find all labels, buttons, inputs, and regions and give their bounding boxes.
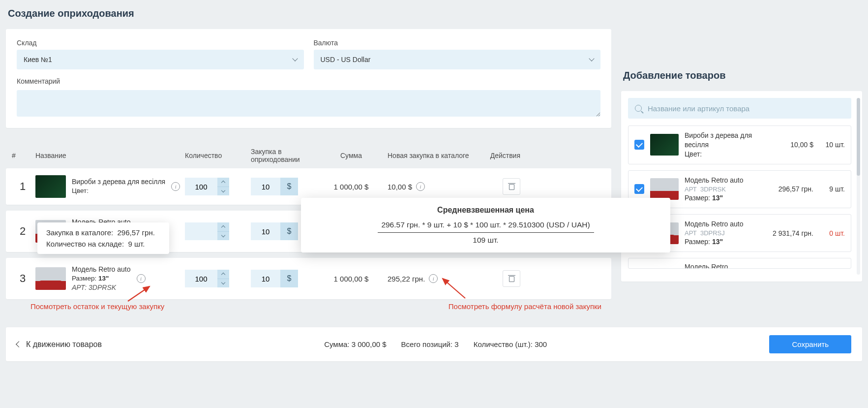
add-products-title: Добавление товаров: [623, 70, 862, 81]
formula-popover: Средневзвешенная цена 296.57 грн. * 9 шт…: [301, 198, 670, 252]
product-qty: 10 шт.: [819, 141, 845, 149]
total-count: Всего позиций: 3: [401, 340, 459, 348]
info-icon[interactable]: i: [137, 274, 146, 283]
product-thumb: [35, 267, 66, 290]
arrow-left-icon: [16, 341, 22, 347]
qty-stepper[interactable]: [185, 178, 249, 195]
checkbox[interactable]: [634, 140, 644, 150]
annotation-left: Посмотреть остаток и текущую закупку: [30, 302, 164, 311]
product-price: 296,57 грн.: [766, 185, 813, 193]
currency-button[interactable]: $: [280, 178, 298, 195]
footer-bar: К движению товаров Сумма: 3 000,00 $ Все…: [6, 327, 862, 361]
trash-icon: [509, 275, 515, 282]
delete-button[interactable]: [503, 178, 520, 195]
product-desc: Вироби з дерева для весілля Цвет:: [72, 177, 165, 195]
formula-numerator: 296.57 грн. * 9 шт. + 10 $ * 100 шт. * 2…: [378, 220, 594, 233]
search-icon: [635, 105, 642, 112]
step-down[interactable]: [217, 279, 229, 288]
qty-input[interactable]: [185, 178, 217, 195]
product-price: 2 931,74 грн.: [766, 229, 813, 237]
col-sum: Сумма: [317, 152, 386, 159]
info-icon[interactable]: i: [171, 182, 180, 191]
info-icon[interactable]: i: [429, 274, 438, 283]
step-down[interactable]: [217, 232, 229, 241]
total-qty: Количество (шт.): 300: [474, 340, 547, 348]
qty-stepper[interactable]: [185, 222, 249, 240]
currency-value: USD - US Dollar: [321, 56, 371, 63]
newprice-value: 295,22 грн.: [388, 275, 425, 283]
product-thumb: [650, 178, 679, 200]
product-thumb: [650, 134, 679, 156]
info-icon[interactable]: i: [416, 182, 425, 191]
chevron-down-icon: [292, 56, 298, 61]
warehouse-label: Склад: [17, 39, 304, 47]
product-search[interactable]: [628, 98, 851, 119]
formula-title: Средневзвешенная цена: [314, 206, 658, 215]
newprice-value: 10,00 $: [388, 183, 412, 191]
warehouse-value: Киев №1: [24, 56, 52, 63]
checkbox[interactable]: [634, 184, 644, 194]
qty-input[interactable]: [185, 222, 217, 240]
col-newprice: Новая закупка в каталоге: [388, 152, 471, 159]
sum-value: 1 000,00 $: [317, 275, 386, 283]
add-products-panel: Вироби з дерева для весілля Цвет: 10,00 …: [621, 91, 862, 282]
items-table: # Название Количество Закупка в оприходо…: [6, 148, 611, 299]
product-item[interactable]: Вироби з дерева для весілля Цвет: 10,00 …: [628, 126, 851, 164]
qty-input[interactable]: [185, 270, 217, 287]
save-button[interactable]: Сохранить: [769, 335, 851, 353]
back-link[interactable]: К движению товаров: [17, 340, 102, 349]
comment-label: Комментарий: [17, 77, 600, 85]
scrollbar-thumb[interactable]: [857, 98, 860, 176]
warehouse-select[interactable]: Киев №1: [17, 50, 304, 69]
row-index: 3: [12, 272, 33, 285]
product-info: Модель Retro auto АРТ 3DPRSJ Размер: 13": [685, 220, 760, 247]
step-up[interactable]: [217, 270, 229, 279]
delete-button[interactable]: [503, 270, 520, 287]
row-index: 1: [12, 180, 33, 193]
total-sum: Сумма: 3 000,00 $: [324, 340, 386, 348]
product-qty: 9 шт.: [819, 185, 845, 193]
step-up[interactable]: [217, 222, 229, 232]
currency-button[interactable]: $: [280, 222, 298, 240]
col-price: Закупка в оприходовании: [251, 148, 315, 163]
form-card: Склад Киев №1 Валюта USD - US Dollar Ком…: [6, 29, 611, 128]
table-row: 3 Модель Retro auto Размер: 13" АРТ: 3DP…: [6, 258, 611, 299]
price-input[interactable]: [251, 178, 280, 195]
row-index: 2: [12, 225, 33, 238]
chevron-down-icon: [589, 56, 594, 61]
step-down[interactable]: [217, 187, 229, 196]
product-info: Модель Retro auto АРТ 3DPRSK Размер: 13": [685, 176, 760, 203]
comment-textarea[interactable]: [17, 90, 600, 117]
price-input[interactable]: [251, 270, 280, 287]
product-info: Модель Retro: [685, 262, 845, 269]
currency-button[interactable]: $: [280, 270, 298, 287]
scrollbar[interactable]: [857, 98, 860, 275]
product-info: Вироби з дерева для весілля Цвет:: [685, 131, 760, 159]
price-input[interactable]: [251, 222, 280, 240]
currency-label: Валюта: [314, 39, 601, 47]
product-desc: Модель Retro auto Размер: 13" АРТ: 3DPRS…: [72, 265, 131, 292]
product-item[interactable]: Модель Retro: [628, 258, 851, 269]
product-price: 10,00 $: [766, 141, 813, 149]
page-title: Создание оприходования: [8, 8, 611, 19]
sum-value: 1 000,00 $: [317, 183, 386, 191]
step-up[interactable]: [217, 178, 229, 187]
col-name: Название: [35, 152, 183, 159]
annotation-right: Посмотреть формулу расчёта новой закупки: [449, 302, 601, 311]
qty-stepper[interactable]: [185, 270, 249, 287]
stock-tooltip: Закупка в каталоге: 296,57 грн. Количест…: [37, 222, 169, 254]
search-input[interactable]: [647, 104, 844, 113]
trash-icon: [509, 183, 515, 190]
product-qty: 0 шт.: [819, 229, 845, 237]
product-thumb: [35, 175, 66, 198]
currency-select[interactable]: USD - US Dollar: [314, 50, 601, 69]
col-actions: Действия: [473, 152, 520, 159]
col-qty: Количество: [185, 152, 249, 159]
col-idx: #: [12, 152, 33, 159]
formula-denominator: 109 шт.: [314, 236, 658, 245]
